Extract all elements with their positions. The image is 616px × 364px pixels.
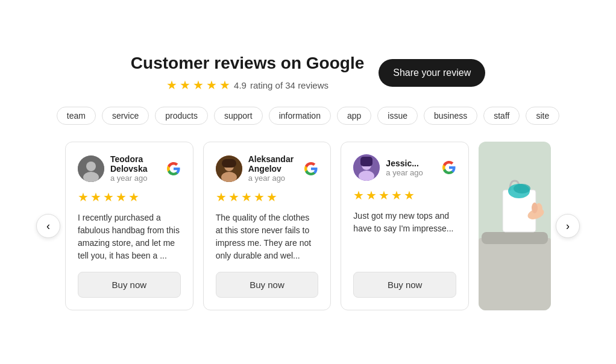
review-star-1-4: ★ <box>116 190 127 204</box>
review-text-1: I recently purchased a fabulous handbag … <box>78 212 181 265</box>
star-3: ★ <box>193 78 204 92</box>
review-star-1-5: ★ <box>128 190 139 204</box>
review-text-2: The quality of the clothes at this store… <box>216 212 319 265</box>
svg-point-16 <box>514 184 530 193</box>
tag-app[interactable]: app <box>337 107 371 125</box>
title-section: Customer reviews on Google ★ ★ ★ ★ ★ 4.9… <box>131 54 364 92</box>
chevron-left-icon: ‹ <box>46 220 50 233</box>
next-button[interactable]: › <box>556 214 580 238</box>
tag-support[interactable]: support <box>214 107 263 125</box>
svg-rect-13 <box>482 232 548 244</box>
review-star-2-1: ★ <box>216 190 227 204</box>
page-container: Customer reviews on Google ★ ★ ★ ★ ★ 4.9… <box>0 30 616 334</box>
tag-team[interactable]: team <box>57 107 96 125</box>
svg-rect-6 <box>222 159 236 168</box>
svg-point-1 <box>86 162 96 171</box>
svg-rect-10 <box>360 157 372 166</box>
reviewer-details-1: Teodora Delovska a year ago <box>110 154 166 183</box>
reviewer-name-2: Aleksandar Angelov <box>248 154 304 174</box>
rating-row: ★ ★ ★ ★ ★ 4.9 rating of 34 reviews <box>131 78 364 92</box>
star-5: ★ <box>219 78 230 92</box>
shopping-bag-image <box>479 142 551 310</box>
buy-button-3[interactable]: Buy now <box>353 272 456 298</box>
buy-button-1[interactable]: Buy now <box>78 272 181 298</box>
reviewer-info-2: Aleksandar Angelov a year ago <box>216 154 304 183</box>
reviewer-header-1: Teodora Delovska a year ago <box>78 154 181 183</box>
review-star-3-1: ★ <box>353 188 364 202</box>
reviewer-name-1: Teodora Delovska <box>110 154 166 174</box>
overall-stars: ★ ★ ★ ★ ★ <box>166 78 230 92</box>
tag-business[interactable]: business <box>424 107 477 125</box>
reviewer-details-2: Aleksandar Angelov a year ago <box>248 154 304 183</box>
google-icon-1 <box>166 162 181 176</box>
tag-staff[interactable]: staff <box>483 107 520 125</box>
avatar-3 <box>353 154 380 181</box>
svg-point-19 <box>532 202 538 213</box>
reviews-carousel: ‹ Teodora Delovska <box>36 142 580 310</box>
share-review-button[interactable]: Share your review <box>379 59 485 87</box>
review-card-3: Jessic... a year ago ★ <box>341 142 469 310</box>
prev-button[interactable]: ‹ <box>36 214 60 238</box>
reviewer-info-1: Teodora Delovska a year ago <box>78 154 166 183</box>
review-star-2-4: ★ <box>254 190 265 204</box>
page-title: Customer reviews on Google <box>131 54 364 73</box>
reviews-list: Teodora Delovska a year ago <box>65 142 551 310</box>
review-stars-3: ★ ★ ★ ★ ★ <box>353 188 456 202</box>
page-header: Customer reviews on Google ★ ★ ★ ★ ★ 4.9… <box>36 54 580 92</box>
promo-image-card <box>479 142 551 310</box>
review-star-3-2: ★ <box>366 188 377 202</box>
google-icon-2 <box>304 162 318 176</box>
svg-rect-12 <box>479 238 551 310</box>
tag-information[interactable]: information <box>269 107 331 125</box>
review-star-2-3: ★ <box>241 190 252 204</box>
review-star-1-1: ★ <box>78 190 89 204</box>
tag-site[interactable]: site <box>526 107 559 125</box>
tag-service[interactable]: service <box>102 107 149 125</box>
review-star-1-2: ★ <box>90 190 101 204</box>
star-1: ★ <box>166 78 177 92</box>
reviewer-time-2: a year ago <box>248 174 304 183</box>
review-star-3-3: ★ <box>379 188 389 202</box>
review-stars-1: ★ ★ ★ ★ ★ <box>78 190 181 204</box>
reviewer-info-3: Jessic... a year ago <box>353 154 423 181</box>
rating-label: rating of 34 reviews <box>250 80 328 90</box>
review-stars-2: ★ ★ ★ ★ ★ <box>216 190 319 204</box>
reviewer-details-3: Jessic... a year ago <box>386 158 423 177</box>
review-card-1: Teodora Delovska a year ago <box>65 142 193 310</box>
review-text-3: Just got my new tops and have to say I'm… <box>353 210 456 265</box>
chevron-right-icon: › <box>566 220 570 233</box>
reviewer-time-3: a year ago <box>386 168 423 177</box>
review-star-3-4: ★ <box>391 188 402 202</box>
avatar-1 <box>78 155 104 182</box>
reviewer-header-2: Aleksandar Angelov a year ago <box>216 154 319 183</box>
tags-row: team service products support informatio… <box>36 107 580 125</box>
reviewer-time-1: a year ago <box>110 174 166 183</box>
review-card-2: Aleksandar Angelov a year ago <box>203 142 332 310</box>
review-star-1-3: ★ <box>103 190 114 204</box>
tag-issue[interactable]: issue <box>377 107 418 125</box>
tag-products[interactable]: products <box>155 107 208 125</box>
reviewer-header-3: Jessic... a year ago <box>353 154 456 181</box>
review-star-2-2: ★ <box>228 190 239 204</box>
review-star-2-5: ★ <box>266 190 277 204</box>
google-icon-3 <box>442 160 456 175</box>
avatar-2 <box>216 155 242 182</box>
star-2: ★ <box>180 78 190 92</box>
buy-button-2[interactable]: Buy now <box>216 272 319 298</box>
review-star-3-5: ★ <box>404 188 415 202</box>
star-4: ★ <box>206 78 217 92</box>
rating-value: 4.9 <box>234 80 247 90</box>
reviewer-name-3: Jessic... <box>386 158 423 168</box>
